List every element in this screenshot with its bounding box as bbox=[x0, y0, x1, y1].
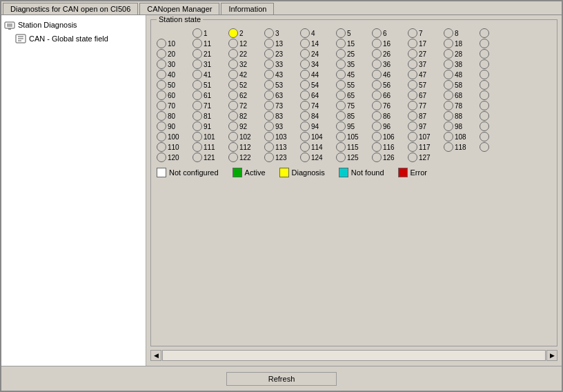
node-circle-16[interactable] bbox=[372, 39, 382, 48]
node-circle-56[interactable] bbox=[372, 80, 382, 90]
node-circle-78[interactable] bbox=[444, 101, 453, 110]
node-circle-77[interactable] bbox=[408, 101, 417, 110]
node-circle-61[interactable] bbox=[192, 90, 202, 100]
node-circle-58[interactable] bbox=[444, 80, 453, 90]
node-circle-75[interactable] bbox=[336, 101, 346, 110]
node-circle-85[interactable] bbox=[336, 111, 346, 121]
node-circle-124[interactable] bbox=[300, 153, 310, 162]
node-circle-98[interactable] bbox=[444, 121, 453, 131]
node-circle-52[interactable] bbox=[228, 80, 238, 90]
node-circle-33[interactable] bbox=[264, 59, 274, 69]
node-circle-42[interactable] bbox=[228, 70, 238, 79]
node-circle-12[interactable] bbox=[228, 39, 238, 48]
node-circle-116[interactable] bbox=[372, 142, 382, 152]
node-circle-44[interactable] bbox=[300, 70, 310, 79]
scroll-track[interactable] bbox=[162, 350, 546, 361]
node-circle-2[interactable] bbox=[228, 28, 238, 38]
node-circle-15[interactable] bbox=[336, 39, 346, 48]
node-circle-17[interactable] bbox=[408, 39, 417, 48]
node-circle-126[interactable] bbox=[372, 153, 382, 162]
node-circle-37[interactable] bbox=[408, 59, 417, 69]
node-circle-45[interactable] bbox=[336, 70, 346, 79]
node-circle-6[interactable] bbox=[372, 28, 382, 38]
node-circle-93[interactable] bbox=[264, 121, 274, 131]
node-circle-11[interactable] bbox=[192, 39, 202, 48]
node-circle-86[interactable] bbox=[372, 111, 382, 121]
node-circle-102[interactable] bbox=[228, 132, 238, 141]
node-circle-21[interactable] bbox=[192, 49, 202, 59]
refresh-button[interactable]: Refresh bbox=[226, 372, 337, 386]
node-circle-14[interactable] bbox=[300, 39, 310, 48]
node-circle-104[interactable] bbox=[300, 132, 310, 141]
node-circle-125[interactable] bbox=[336, 153, 346, 162]
node-circle-1[interactable] bbox=[192, 28, 202, 38]
node-circle-84[interactable] bbox=[300, 111, 310, 121]
node-circle-24[interactable] bbox=[300, 49, 310, 59]
node-circle-36[interactable] bbox=[372, 59, 382, 69]
node-circle-62[interactable] bbox=[228, 90, 238, 100]
node-circle-26[interactable] bbox=[372, 49, 382, 59]
node-circle-92[interactable] bbox=[228, 121, 238, 131]
node-circle-23[interactable] bbox=[264, 49, 274, 59]
node-circle-123[interactable] bbox=[264, 153, 274, 162]
node-circle-87[interactable] bbox=[408, 111, 417, 121]
node-circle-43[interactable] bbox=[264, 70, 274, 79]
scroll-left-button[interactable]: ◀ bbox=[150, 350, 161, 361]
node-circle-22[interactable] bbox=[228, 49, 238, 59]
node-circle-3[interactable] bbox=[264, 28, 274, 38]
node-circle-76[interactable] bbox=[372, 101, 382, 110]
node-circle-13[interactable] bbox=[264, 39, 274, 48]
tab-diagnostics[interactable]: Diagnostics for CAN open on CI506 bbox=[3, 3, 138, 14]
node-circle-120[interactable] bbox=[157, 153, 166, 162]
node-circle-118[interactable] bbox=[444, 142, 453, 152]
node-circle-46[interactable] bbox=[372, 70, 382, 79]
node-circle-47[interactable] bbox=[408, 70, 417, 79]
node-circle-64[interactable] bbox=[300, 90, 310, 100]
node-circle-54[interactable] bbox=[300, 80, 310, 90]
node-circle-10[interactable] bbox=[157, 39, 166, 48]
node-circle-90[interactable] bbox=[157, 121, 166, 131]
node-circle-57[interactable] bbox=[408, 80, 417, 90]
node-circle-83[interactable] bbox=[264, 111, 274, 121]
node-circle-50[interactable] bbox=[157, 80, 166, 90]
node-circle-65[interactable] bbox=[336, 90, 346, 100]
node-circle-73[interactable] bbox=[264, 101, 274, 110]
node-circle-48[interactable] bbox=[444, 70, 453, 79]
node-circle-111[interactable] bbox=[192, 142, 202, 152]
node-circle-68[interactable] bbox=[444, 90, 453, 100]
node-circle-88[interactable] bbox=[444, 111, 453, 121]
node-circle-20[interactable] bbox=[157, 49, 166, 59]
node-circle-108[interactable] bbox=[444, 132, 453, 141]
node-circle-60[interactable] bbox=[157, 90, 166, 100]
node-circle-127[interactable] bbox=[408, 153, 417, 162]
node-circle-63[interactable] bbox=[264, 90, 274, 100]
node-circle-8[interactable] bbox=[444, 28, 453, 38]
node-circle-107[interactable] bbox=[408, 132, 417, 141]
node-circle-28[interactable] bbox=[444, 49, 453, 59]
node-circle-18[interactable] bbox=[444, 39, 453, 48]
node-circle-67[interactable] bbox=[408, 90, 417, 100]
node-circle-101[interactable] bbox=[192, 132, 202, 141]
sidebar-item-station-diagnosis[interactable]: Station Diagnosis bbox=[1, 18, 146, 32]
node-circle-105[interactable] bbox=[336, 132, 346, 141]
node-circle-110[interactable] bbox=[157, 142, 166, 152]
node-circle-53[interactable] bbox=[264, 80, 274, 90]
node-circle-91[interactable] bbox=[192, 121, 202, 131]
node-circle-4[interactable] bbox=[300, 28, 310, 38]
node-circle-117[interactable] bbox=[408, 142, 417, 152]
node-circle-106[interactable] bbox=[372, 132, 382, 141]
tab-information[interactable]: Information bbox=[221, 3, 274, 14]
node-circle-31[interactable] bbox=[192, 59, 202, 69]
node-circle-38[interactable] bbox=[444, 59, 453, 69]
node-circle-80[interactable] bbox=[157, 111, 166, 121]
node-circle-35[interactable] bbox=[336, 59, 346, 69]
node-circle-7[interactable] bbox=[408, 28, 417, 38]
node-circle-121[interactable] bbox=[192, 153, 202, 162]
node-circle-122[interactable] bbox=[228, 153, 238, 162]
node-circle-115[interactable] bbox=[336, 142, 346, 152]
node-circle-51[interactable] bbox=[192, 80, 202, 90]
node-circle-94[interactable] bbox=[300, 121, 310, 131]
node-circle-96[interactable] bbox=[372, 121, 382, 131]
node-circle-41[interactable] bbox=[192, 70, 202, 79]
node-circle-5[interactable] bbox=[336, 28, 346, 38]
